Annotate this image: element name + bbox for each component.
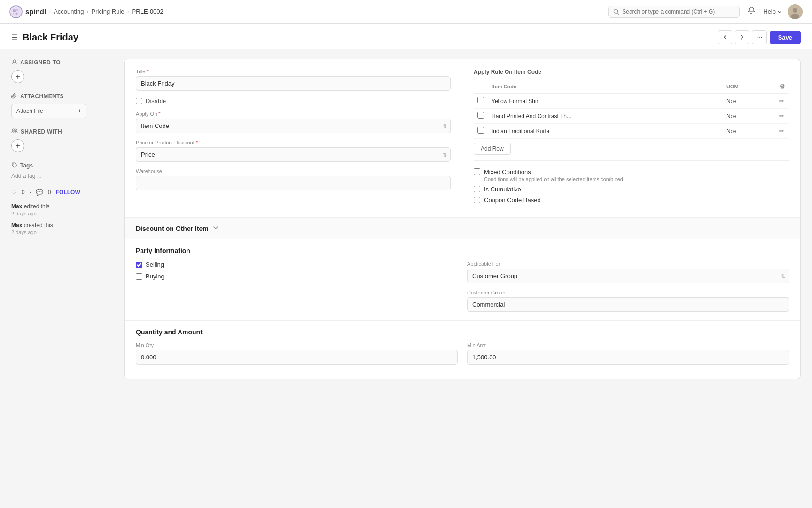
mixed-conditions-checkbox[interactable]	[474, 168, 480, 175]
price-discount-field: Price or Product Discount * Price	[136, 140, 451, 162]
applicable-for-select[interactable]: Customer Group	[467, 269, 789, 283]
row-checkbox-1[interactable]	[477, 97, 484, 103]
party-right: Applicable For Customer Group Customer G…	[467, 261, 789, 318]
disable-checkbox[interactable]	[136, 98, 142, 104]
activity-item-2: Max created this 2 days ago	[11, 222, 115, 235]
discount-section-header[interactable]: Discount on Other Item	[125, 217, 800, 239]
price-discount-select[interactable]: Price	[136, 147, 451, 162]
next-button[interactable]	[735, 30, 749, 44]
apply-on-field: Apply On * Item Code	[136, 111, 451, 133]
min-amt-input[interactable]	[467, 350, 789, 365]
mixed-conditions-desc: Conditions will be applied on all the se…	[484, 176, 625, 182]
party-left: Selling Buying	[136, 261, 458, 318]
add-row-button[interactable]: Add Row	[474, 143, 511, 155]
price-discount-select-wrapper: Price	[136, 147, 451, 162]
price-discount-label: Price or Product Discount *	[136, 140, 451, 145]
avatar[interactable]	[788, 4, 803, 19]
min-qty-input[interactable]	[136, 350, 458, 365]
mixed-conditions-content: Mixed Conditions Conditions will be appl…	[484, 168, 625, 182]
paperclip-icon	[11, 93, 17, 100]
row-uom-1: Nos	[723, 94, 775, 109]
col-item-code: Item Code	[488, 80, 723, 94]
title-input[interactable]	[136, 76, 451, 91]
more-options-button[interactable]: ···	[752, 30, 766, 44]
svg-point-1	[13, 9, 16, 12]
attach-file-button[interactable]: Attach File +	[11, 104, 86, 118]
row-uom-3: Nos	[723, 124, 775, 139]
row-edit-2: ✏	[775, 109, 789, 124]
discount-chevron-icon	[212, 224, 219, 232]
save-button[interactable]: Save	[770, 31, 801, 44]
activity-user-1: Max	[11, 203, 22, 210]
help-chevron-icon	[777, 9, 782, 14]
like-icon: ♡	[11, 189, 17, 196]
breadcrumb-prle[interactable]: PRLE-0002	[132, 8, 164, 15]
row-checkbox-3[interactable]	[477, 127, 484, 134]
table-gear-icon[interactable]: ⚙	[779, 83, 785, 90]
prev-button[interactable]	[718, 30, 732, 44]
party-info-grid: Selling Buying Applicable For Customer G…	[136, 261, 789, 318]
activity-time-1: 2 days ago	[11, 211, 115, 216]
mixed-conditions-label: Mixed Conditions	[484, 168, 625, 175]
party-information-section: Party Information Selling Buying Applica…	[125, 239, 800, 321]
coupon-code-checkbox[interactable]	[474, 197, 480, 203]
buying-row: Buying	[136, 273, 458, 280]
topnav-right: Help	[608, 4, 803, 19]
row-check-2	[474, 109, 488, 124]
right-form-panel: Apply Rule On Item Code Item Code UOM	[462, 59, 800, 217]
search-icon	[613, 8, 619, 15]
row-check-3	[474, 124, 488, 139]
apply-on-select[interactable]: Item Code	[136, 119, 451, 133]
add-shared-with-button[interactable]: +	[11, 139, 24, 152]
add-assigned-to-button[interactable]: +	[11, 70, 24, 83]
item-table: Item Code UOM ⚙	[474, 80, 789, 139]
buying-checkbox[interactable]	[136, 273, 142, 280]
svg-point-11	[13, 129, 15, 131]
col-actions: ⚙	[775, 80, 789, 94]
breadcrumb-pricing-rule[interactable]: Pricing Rule	[92, 8, 125, 15]
edit-icon-1[interactable]: ✏	[779, 97, 784, 104]
edit-icon-2[interactable]: ✏	[779, 112, 784, 119]
avatar-image	[788, 4, 803, 19]
quantity-section-title: Quantity and Amount	[136, 328, 789, 336]
assigned-to-title: Assigned To	[11, 59, 115, 66]
min-qty-field: Min Qty	[136, 342, 458, 365]
edit-icon-3[interactable]: ✏	[779, 127, 784, 135]
activity-bar: ♡ 0 · 💬 0 FOLLOW	[11, 189, 115, 196]
activity-action-1: edited this	[24, 203, 50, 210]
comment-icon: 💬	[36, 189, 43, 196]
logo[interactable]: spindl	[9, 5, 46, 18]
sidebar-toggle[interactable]: ☰	[11, 33, 18, 42]
row-edit-1: ✏	[775, 94, 789, 109]
chevron-right-icon	[739, 34, 745, 40]
notification-bell[interactable]	[745, 4, 757, 19]
is-cumulative-checkbox[interactable]	[474, 186, 480, 192]
table-row: Yellow Formal Shirt Nos ✏	[474, 94, 789, 109]
customer-group-input[interactable]	[467, 297, 789, 312]
add-tag-link[interactable]: Add a tag ...	[11, 173, 42, 179]
page-title-area: ☰ Black Friday	[11, 32, 78, 43]
logo-icon	[9, 5, 23, 18]
selling-checkbox[interactable]	[136, 262, 142, 268]
help-button[interactable]: Help	[763, 8, 782, 15]
warehouse-input[interactable]	[136, 176, 451, 190]
row-checkbox-2[interactable]	[477, 112, 484, 119]
shared-with-title: Shared With	[11, 127, 115, 135]
tags-section: Tags Add a tag ...	[11, 162, 115, 179]
follow-button[interactable]: FOLLOW	[56, 189, 80, 196]
dot-sep: ·	[30, 189, 31, 196]
quantity-section: Quantity and Amount Min Qty Min Amt	[125, 321, 800, 379]
left-form-panel: Title * Disable Apply On *	[125, 59, 462, 217]
search-bar[interactable]	[608, 6, 740, 18]
table-row: Hand Printed And Contrast Th... Nos ✏	[474, 109, 789, 124]
selling-row: Selling	[136, 261, 458, 268]
activity-action-2: created this	[24, 222, 53, 229]
page-actions: ··· Save	[718, 30, 801, 44]
search-input[interactable]	[622, 8, 734, 15]
disable-row: Disable	[136, 97, 451, 104]
coupon-code-label: Coupon Code Based	[484, 197, 541, 204]
plus-icon: +	[78, 108, 81, 114]
row-item-2: Hand Printed And Contrast Th...	[488, 109, 723, 124]
breadcrumb-accounting[interactable]: Accounting	[54, 8, 84, 15]
topnav-left: spindl › Accounting › Pricing Rule › PRL…	[9, 5, 164, 18]
